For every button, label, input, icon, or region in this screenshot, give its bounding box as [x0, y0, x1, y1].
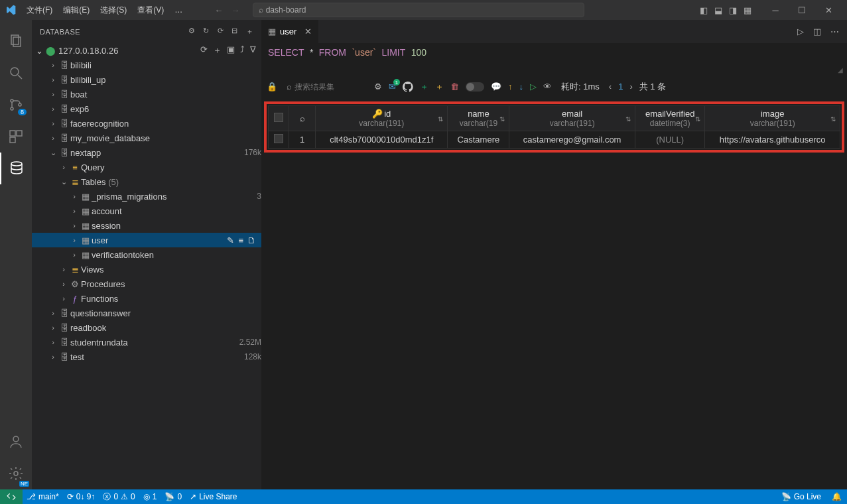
activity-extensions-icon[interactable]: [0, 121, 32, 153]
table-open-icon[interactable]: 🗋: [247, 235, 256, 245]
db-query[interactable]: ›≡Query: [32, 160, 261, 174]
lock-icon[interactable]: 🔒: [267, 82, 277, 92]
window-maximize-icon[interactable]: ☐: [789, 5, 815, 15]
table-item-user[interactable]: ›▦user ✎ ≡ 🗋: [32, 233, 261, 247]
layout-panel-icon[interactable]: ⬓: [714, 5, 722, 15]
db-views[interactable]: ›≣Views: [32, 262, 261, 277]
export-up-icon[interactable]: ↑: [508, 82, 513, 92]
nav-back-icon[interactable]: ←: [214, 5, 223, 15]
sort-icon[interactable]: ⇅: [695, 115, 700, 122]
db-item[interactable]: ›🗄bilibili_up: [32, 72, 261, 87]
menu-file[interactable]: 文件(F): [21, 5, 58, 16]
activity-settings-icon[interactable]: NE: [0, 458, 32, 489]
layout-sidebar-left-icon[interactable]: ◧: [700, 5, 708, 15]
db-item-nextapp[interactable]: ⌄🗄nextapp176k: [32, 145, 261, 160]
db-procedures[interactable]: ›⚙Procedures: [32, 277, 261, 291]
table-item[interactable]: ›▦account: [32, 204, 261, 218]
sidebar-refresh-icon[interactable]: ↻: [203, 27, 210, 36]
sidebar-history-icon[interactable]: ⟳: [218, 27, 224, 36]
status-problems[interactable]: ⓧ0 ⚠0: [99, 491, 139, 503]
toggle-switch[interactable]: [466, 82, 484, 92]
more-actions-icon[interactable]: ⋯: [830, 27, 839, 36]
column-name[interactable]: namevarchar(19⇅: [448, 106, 509, 131]
table-item[interactable]: ›▦_prisma_migrations3: [32, 189, 261, 204]
status-golive[interactable]: 📡Go Live: [776, 492, 826, 501]
add-column-icon[interactable]: ＋: [435, 81, 444, 93]
filter-input[interactable]: ⌕: [284, 82, 370, 92]
db-item[interactable]: ›🗄my_movie_database: [32, 131, 261, 145]
conn-filter-icon[interactable]: ∇: [250, 44, 256, 56]
conn-export-icon[interactable]: ⤴: [240, 44, 245, 56]
split-editor-icon[interactable]: ◫: [813, 27, 821, 36]
db-item[interactable]: ›🗄facerecognition: [32, 116, 261, 131]
page-current[interactable]: 1: [618, 82, 623, 92]
menu-edit[interactable]: 编辑(E): [58, 5, 95, 16]
activity-accounts-icon[interactable]: [0, 426, 32, 458]
cell-id[interactable]: clt49sb70000010d0md1z1f: [316, 131, 448, 149]
db-functions[interactable]: ›ƒFunctions: [32, 291, 261, 306]
db-item[interactable]: ›🗄bilibili: [32, 58, 261, 72]
table-list-icon[interactable]: ≡: [238, 235, 243, 245]
db-item[interactable]: ›🗄studentrundata2.52M: [32, 335, 261, 349]
table-item[interactable]: ›▦session: [32, 218, 261, 233]
run-icon[interactable]: ▷: [797, 27, 804, 36]
menu-view[interactable]: 查看(V): [132, 5, 169, 16]
cell-name[interactable]: Castamere: [448, 131, 509, 149]
view-icon[interactable]: 👁: [543, 82, 552, 92]
nav-forward-icon[interactable]: →: [231, 5, 239, 15]
filter-field[interactable]: [294, 82, 361, 92]
conn-add-icon[interactable]: ＋: [213, 44, 222, 56]
sql-editor[interactable]: SELECT * FROM `user` LIMIT 100 ◢: [261, 43, 847, 75]
db-item[interactable]: ›🗄exp6: [32, 101, 261, 116]
column-image[interactable]: imagevarchar(191)⇅: [705, 106, 840, 131]
cell-image[interactable]: https://avatars.githubuserco: [705, 131, 840, 149]
db-tables[interactable]: ⌄≣Tables (5): [32, 174, 261, 189]
menu-more[interactable]: …: [169, 5, 188, 15]
cell-emailverified[interactable]: (NULL): [635, 131, 704, 149]
page-prev-icon[interactable]: ‹: [609, 82, 612, 92]
window-close-icon[interactable]: ✕: [815, 5, 842, 15]
db-item[interactable]: ›🗄boat: [32, 87, 261, 101]
page-next-icon[interactable]: ›: [629, 82, 632, 92]
status-forward[interactable]: 📡0: [161, 492, 186, 501]
delete-icon[interactable]: 🗑: [450, 82, 459, 92]
row-checkbox[interactable]: [269, 131, 289, 149]
sort-icon[interactable]: ⇅: [625, 115, 631, 122]
db-item[interactable]: ›🗄readbook: [32, 320, 261, 335]
status-sync[interactable]: ⟳0↓ 9↑: [63, 492, 99, 501]
sort-icon[interactable]: ⇅: [830, 115, 836, 122]
comment-icon[interactable]: 💬: [491, 82, 501, 92]
connection-row[interactable]: ⌄ ⬤ 127.0.0.1 8.0.26 ⟳ ＋ ▣ ⤴ ∇: [32, 43, 261, 58]
db-item[interactable]: ›🗄test128k: [32, 349, 261, 364]
activity-explorer-icon[interactable]: [0, 25, 32, 57]
db-item[interactable]: ›🗄questionanswer: [32, 306, 261, 320]
tab-close-icon[interactable]: ✕: [304, 27, 312, 36]
conn-terminal-icon[interactable]: ▣: [227, 44, 235, 56]
sidebar-collapse-icon[interactable]: ⊟: [231, 27, 238, 36]
status-notifications-icon[interactable]: 🔔: [826, 492, 847, 501]
github-icon[interactable]: [403, 82, 413, 92]
settings-icon[interactable]: ⚙: [374, 82, 382, 92]
cell-email[interactable]: castamerego@gmail.com: [509, 131, 635, 149]
execute-icon[interactable]: ▷: [530, 82, 537, 92]
conn-refresh-icon[interactable]: ⟳: [200, 44, 208, 56]
activity-database-icon[interactable]: [0, 153, 32, 184]
table-edit-icon[interactable]: ✎: [227, 235, 234, 245]
status-branch[interactable]: ⎇main*: [23, 492, 63, 501]
tab-user[interactable]: ▦ user ✕: [261, 20, 319, 43]
remote-indicator-icon[interactable]: [0, 489, 23, 504]
status-liveshare[interactable]: ↗Live Share: [186, 492, 241, 501]
add-row-icon[interactable]: ＋: [420, 81, 428, 93]
mail-icon[interactable]: ✉1: [389, 82, 396, 92]
import-down-icon[interactable]: ↓: [519, 82, 524, 92]
table-item[interactable]: ›▦verificationtoken: [32, 247, 261, 262]
sort-icon[interactable]: ⇅: [499, 115, 505, 122]
column-email[interactable]: emailvarchar(191)⇅: [509, 106, 635, 131]
sidebar-gear-icon[interactable]: ⚙: [188, 27, 196, 36]
column-emailverified[interactable]: emailVerifieddatetime(3)⇅: [635, 106, 704, 131]
table-row[interactable]: 1 clt49sb70000010d0md1z1f Castamere cast…: [269, 131, 840, 149]
sidebar-add-icon[interactable]: ＋: [246, 27, 254, 36]
select-all-checkbox[interactable]: [269, 106, 289, 131]
column-id[interactable]: 🔑idvarchar(191)⇅: [316, 106, 448, 131]
layout-sidebar-right-icon[interactable]: ◨: [729, 5, 737, 15]
